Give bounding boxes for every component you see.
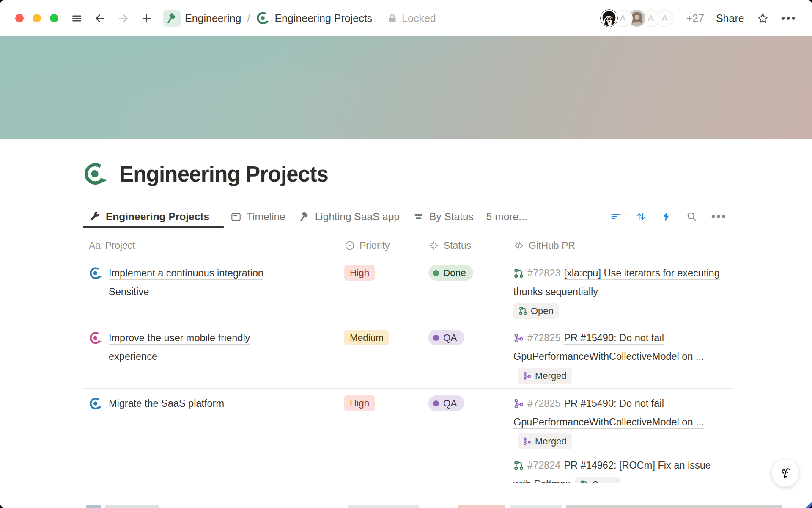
priority-pill[interactable]: Medium [344,330,389,345]
tab-timeline[interactable]: Timeline [224,205,292,228]
search-icon [686,211,697,222]
tab-engineering-projects[interactable]: Engineering Projects [83,205,224,228]
pr-number[interactable]: #72825 [527,332,560,343]
view-options-button[interactable]: ••• [711,211,727,222]
table-row: Improve the user mobile friendly experie… [83,323,733,388]
pull-request-icon [518,306,527,315]
tab-label: Engineering Projects [106,211,209,223]
clipped-next-row-sliver [105,505,159,508]
pull-request-icon [513,268,524,279]
status-spinner-icon [428,240,439,251]
github-pr-cell[interactable]: #72825PR #15490: Do not fail GpuPerforma… [507,323,733,388]
github-pr-cell[interactable]: #72823[xla:cpu] Use iterators for execut… [507,258,733,323]
sort-icon [635,211,647,222]
status-label: QA [443,332,457,343]
column-label: Status [444,240,471,251]
priority-pill[interactable]: High [344,265,375,281]
automations-button[interactable] [661,211,672,222]
project-link[interactable]: Implement a continuous integration Sensi… [109,264,291,301]
lock-icon [387,13,398,24]
background-sliver [805,502,812,508]
git-merge-icon [513,333,524,343]
avatar-illustration-icon [600,9,618,27]
pr-number[interactable]: #72825 [527,398,560,409]
assistant-face-button[interactable] [771,459,799,487]
status-dot [433,335,439,341]
avatar-overflow-count[interactable]: +27 [686,12,704,25]
select-icon [344,240,355,251]
page-title[interactable]: Engineering Projects [119,162,328,187]
status-cell[interactable]: QA [422,389,507,483]
tab-label: Lighting SaaS app [315,211,400,223]
sort-button[interactable] [635,211,647,222]
pr-entry: #72825PR #15490: Do not fail GpuPerforma… [513,329,727,384]
project-cell[interactable]: Improve the user mobile friendly experie… [83,323,338,388]
breadcrumb-page-label: Engineering Projects [274,12,372,25]
clipped-next-row-sliver [348,505,419,508]
new-page-button[interactable] [141,13,152,24]
project-link[interactable]: Migrate the SaaS platform [109,394,224,413]
status-pill[interactable]: QA [428,395,464,411]
status-pill[interactable]: Done [428,265,473,281]
wrench-icon [90,211,101,222]
breadcrumb-workspace[interactable]: Engineering [163,10,241,27]
column-header-github-pr[interactable]: GitHub PR [507,228,733,258]
locked-toggle[interactable]: Locked [387,12,436,25]
page-cover[interactable] [0,36,812,139]
priority-pill[interactable]: High [344,395,375,411]
status-dot [433,400,439,406]
page-icon [256,11,270,25]
pr-state-badge: Open [575,477,620,483]
close-window-button[interactable] [15,14,24,22]
git-merge-icon [523,437,532,446]
pull-request-icon [580,480,589,483]
pr-number[interactable]: #72823 [527,268,560,279]
tab-label: Timeline [247,211,285,223]
column-header-project[interactable]: Aa Project [83,228,338,258]
view-tabs: Engineering Projects Timeline Lighting S… [83,205,733,228]
status-dot [433,270,439,276]
status-cell[interactable]: Done [422,258,507,323]
filter-button[interactable] [610,211,621,222]
git-merge-icon [513,398,524,409]
pr-state-badge: Merged [518,433,572,449]
page-title-row: Engineering Projects [83,139,733,189]
status-pill[interactable]: QA [428,330,464,345]
github-pr-cell[interactable]: #72825PR #15490: Do not fail GpuPerforma… [507,389,733,483]
avatar-illustrated[interactable] [599,8,619,28]
fullscreen-window-button[interactable] [50,14,58,22]
status-cell[interactable]: QA [422,323,507,388]
topbar: Engineering / Engineering Projects Locke… [0,0,812,36]
minimize-window-button[interactable] [33,14,41,22]
priority-cell[interactable]: High [338,389,422,483]
tab-lighting-saas-app[interactable]: Lighting SaaS app [292,205,406,228]
hammer-icon [299,211,310,222]
project-cell[interactable]: Migrate the SaaS platform [83,389,338,483]
search-button[interactable] [686,211,697,222]
column-header-status[interactable]: Status [422,228,507,258]
pr-number[interactable]: #72824 [527,460,560,471]
locked-label: Locked [402,12,436,25]
favorite-button[interactable] [756,12,769,25]
text-type-icon: Aa [89,240,101,251]
priority-cell[interactable]: Medium [338,323,422,388]
share-button[interactable]: Share [716,12,744,25]
priority-cell[interactable]: High [338,258,422,323]
back-button[interactable] [94,13,106,24]
more-options-button[interactable]: ••• [781,13,797,24]
breadcrumb-page[interactable]: Engineering Projects [256,11,372,25]
ellipsis-icon: ••• [781,13,797,24]
page-icon[interactable] [83,161,108,187]
column-header-priority[interactable]: Priority [338,228,422,258]
column-label: Priority [359,240,390,251]
hammer-icon [163,10,181,27]
sidebar-menu-button[interactable] [71,13,82,24]
project-link[interactable]: Improve the user mobile friendly experie… [109,329,291,366]
view-toolbar: ••• [610,211,733,222]
forward-button[interactable] [118,13,129,24]
project-cell[interactable]: Implement a continuous integration Sensi… [83,258,338,323]
table-header: Aa Project Priority Status GitHub PR [83,228,733,258]
tab-by-status[interactable]: By Status [406,205,480,228]
tab-more-views[interactable]: 5 more... [480,205,533,228]
lightning-icon [661,211,672,222]
